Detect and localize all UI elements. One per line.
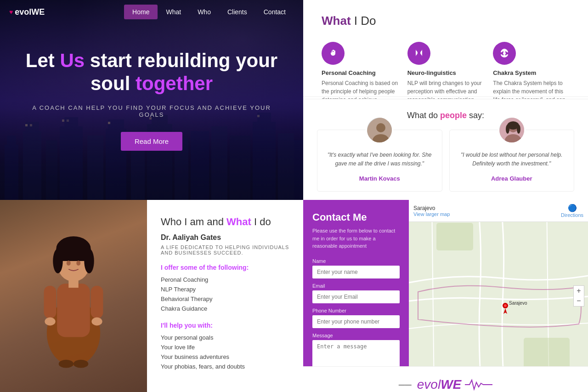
map-area: Sarajevo Sarajevo View larger map 🔵 Dire… <box>409 200 588 392</box>
email-label: Email <box>312 283 400 289</box>
contact-form-area: Contact Me Please use the form below to … <box>303 200 409 392</box>
map-svg: Sarajevo <box>409 200 588 392</box>
neuro-linguistics-icon <box>407 42 430 65</box>
map-overlay: Sarajevo View larger map 🔵 Directions <box>409 200 588 222</box>
who-title-who: Who <box>161 216 181 227</box>
chakra-system-icon <box>493 42 516 65</box>
svg-point-54 <box>59 360 74 368</box>
testimonial-2-avatar <box>498 116 526 144</box>
read-more-button[interactable]: Read More <box>121 132 182 151</box>
nav-home[interactable]: Home <box>124 5 158 19</box>
email-input[interactable] <box>312 290 400 303</box>
svg-point-55 <box>74 360 88 368</box>
svg-point-37 <box>506 125 509 134</box>
testimonials-grid: "It's exactly what I've been looking for… <box>317 130 574 192</box>
who-content: Who I am and What I do Dr. Aaliyah Gates… <box>147 200 303 392</box>
lotus-icon <box>499 48 510 59</box>
navbar: ♥ evolWE Home What Who Clients Contact <box>0 0 303 24</box>
who-title: Who I am and What I do <box>161 216 289 228</box>
svg-rect-41 <box>57 284 90 337</box>
testimonials-title: What do people say: <box>317 111 574 120</box>
map-location: Sarajevo View larger map <box>413 205 450 217</box>
who-tagline: A LIFE DEDICATED TO HELPING INDIVIDUALS … <box>161 244 289 256</box>
hero-title: Let Us start rebuilding your soul togeth… <box>18 49 285 96</box>
map-zoom-in-button[interactable]: + <box>574 286 584 296</box>
message-label: Message <box>312 333 400 338</box>
svg-rect-1 <box>5 145 18 200</box>
testimonial-2-text: "I would be lost without her personal he… <box>457 151 567 168</box>
what-title-bold: What <box>322 14 351 28</box>
svg-point-48 <box>67 261 71 266</box>
svg-text:Sarajevo: Sarajevo <box>509 301 527 306</box>
nav-what[interactable]: What <box>158 5 189 19</box>
list-item: Chakra Guidance <box>161 304 289 313</box>
who-offer-list: Peronal Coaching NLP Therapy Behavioral … <box>161 275 289 313</box>
testimonial-1: "It's exactly what I've been looking for… <box>317 130 442 192</box>
map-location-name: Sarajevo <box>413 205 450 211</box>
who-photo <box>0 200 147 392</box>
nav-who[interactable]: Who <box>189 5 219 19</box>
name-label: Name <box>312 258 400 264</box>
page-wrapper: ♥ evolWE Home What Who Clients Contact <box>0 0 588 392</box>
who-title-ido: I do <box>251 216 271 227</box>
who-name: Dr. Aaliyah Gates <box>161 233 289 242</box>
logo: ♥ evolWE <box>9 7 45 17</box>
name-input[interactable] <box>312 266 400 278</box>
personal-coaching-title: Personal Coaching <box>322 69 398 76</box>
svg-rect-51 <box>91 286 103 319</box>
nav-contact[interactable]: Contact <box>255 5 294 19</box>
personal-coaching-icon <box>322 42 345 65</box>
list-item: Your love life <box>161 342 289 352</box>
testimonial-1-name: Martin Kovacs <box>324 175 435 182</box>
heartbeat-icon <box>465 378 492 392</box>
map-zoom-out-button[interactable]: − <box>574 296 584 306</box>
svg-point-31 <box>376 123 385 132</box>
list-item: Peronal Coaching <box>161 275 289 284</box>
message-textarea[interactable] <box>312 340 400 368</box>
who-help-title: I'll help you with: <box>161 322 289 329</box>
nav-clients[interactable]: Clients <box>219 5 255 19</box>
nav-links: Home What Who Clients Contact <box>124 5 294 19</box>
map-directions[interactable]: 🔵 Directions <box>561 204 583 218</box>
testimonials-title-end: say: <box>467 111 484 120</box>
svg-rect-47 <box>56 249 90 261</box>
form-name-group: Name <box>312 258 400 278</box>
testimonial-1-avatar <box>366 116 393 144</box>
list-item: Your phobias, fears, and doubts <box>161 362 289 371</box>
directions-label: Directions <box>561 212 583 218</box>
svg-point-52 <box>45 318 55 326</box>
hero-title-together: together <box>136 73 213 94</box>
testimonials-title-start: What do <box>407 111 440 120</box>
contact-description: Please use the form below to contact me … <box>312 227 400 250</box>
photo-placeholder <box>0 200 147 392</box>
footer-logo-text: evolWE <box>417 377 461 392</box>
list-item: Behavioral Therapy <box>161 294 289 304</box>
phone-input[interactable] <box>312 315 400 328</box>
hero-content: Let Us start rebuilding your soul togeth… <box>0 49 303 151</box>
dna-icon <box>413 48 424 59</box>
svg-rect-50 <box>44 286 57 319</box>
footer-logo: —— evolWE <box>317 376 574 392</box>
list-item: Your business adventures <box>161 352 289 362</box>
testimonial-2: "I would be lost without her personal he… <box>449 130 575 192</box>
chakra-system-title: Chakra System <box>493 69 570 76</box>
logo-text: evolWE <box>15 7 45 17</box>
who-title-iam: I am and <box>181 216 226 227</box>
map-placeholder: Sarajevo Sarajevo View larger map 🔵 Dire… <box>409 200 588 392</box>
person-photo-icon <box>28 218 119 374</box>
testimonial-1-text: "It's exactly what I've been looking for… <box>324 151 435 168</box>
svg-point-60 <box>504 304 507 307</box>
logo-heart-icon: ♥ <box>9 8 13 16</box>
divider <box>303 97 588 97</box>
hero-section: Let Us start rebuilding your soul togeth… <box>0 0 303 200</box>
hand-icon <box>328 48 339 59</box>
who-title-what: What <box>226 216 251 227</box>
hero-title-start: Let <box>26 50 60 71</box>
map-zoom-controls: + − <box>573 285 584 307</box>
who-help-list: Your personal goals Your love life Your … <box>161 333 289 371</box>
who-section: Who I am and What I do Dr. Aaliyah Gates… <box>0 200 303 392</box>
map-view-larger[interactable]: View larger map <box>413 211 450 217</box>
what-i-do-title: What I Do <box>322 14 570 28</box>
footer-logo-line: —— evolWE <box>399 377 492 392</box>
svg-rect-57 <box>436 223 473 250</box>
